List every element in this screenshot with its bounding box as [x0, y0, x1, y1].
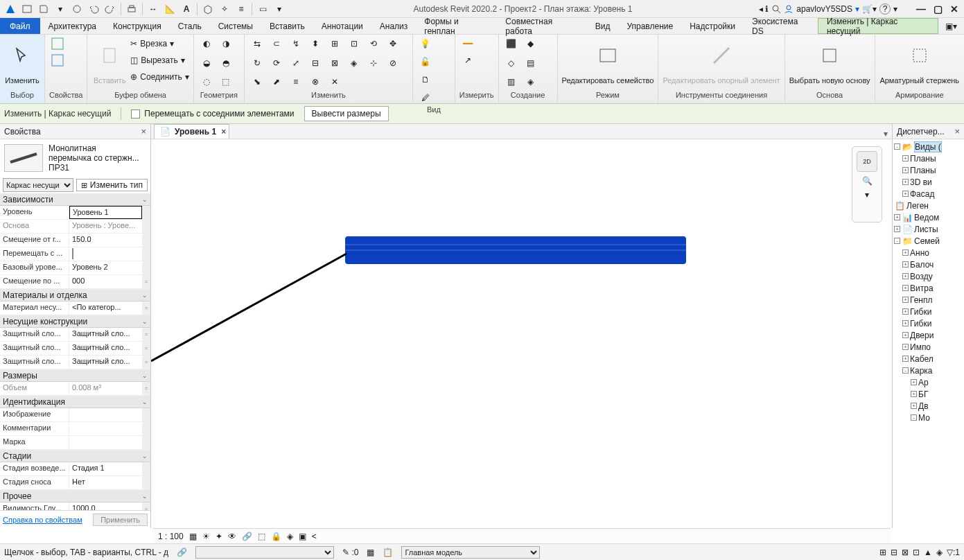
filter-count[interactable]: ▽:1: [947, 548, 960, 557]
type-props-icon[interactable]: [49, 36, 66, 51]
view-icon[interactable]: 🔓: [417, 54, 434, 69]
file-tab[interactable]: Файл: [0, 18, 40, 34]
prop-row[interactable]: Марка: [0, 436, 150, 450]
edit-type-button[interactable]: ⊞ Изменить тип: [76, 179, 148, 191]
qa-thin-icon[interactable]: ≡: [234, 1, 249, 17]
create-icon[interactable]: ▥: [503, 74, 520, 89]
mod-icon[interactable]: ⊟: [307, 55, 324, 71]
group-dims[interactable]: Размеры⌄: [0, 369, 150, 382]
vc-icon[interactable]: ☀: [202, 532, 210, 541]
qa-save-icon[interactable]: [36, 1, 51, 17]
mod-icon[interactable]: ≡: [288, 74, 304, 89]
tab-close-icon[interactable]: ×: [221, 127, 226, 137]
qa-open-icon[interactable]: [19, 1, 35, 17]
view-icon[interactable]: 🗋: [417, 72, 434, 87]
group-ident[interactable]: Идентификация⌄: [0, 396, 150, 408]
category-selector[interactable]: Каркас несущи: [3, 178, 73, 192]
close-button[interactable]: ✕: [947, 4, 961, 14]
tab-addins[interactable]: Надстройки: [681, 18, 744, 34]
properties-help-link[interactable]: Справка по свойствам: [3, 516, 82, 524]
activate-dims-button[interactable]: Вывести размеры: [304, 106, 389, 121]
geom-icon[interactable]: ◒: [198, 55, 215, 71]
vc-icon[interactable]: <: [312, 532, 317, 541]
tab-analyze[interactable]: Анализ: [371, 18, 417, 34]
create-icon[interactable]: ⬛: [503, 36, 520, 51]
maximize-button[interactable]: ▢: [931, 4, 945, 14]
tab-systems[interactable]: Системы: [210, 18, 261, 34]
prop-row[interactable]: Комментарии: [0, 422, 150, 436]
user-account[interactable]: apavlovY5SDS ▾: [784, 4, 859, 14]
qa-close-icon[interactable]: ▭: [255, 1, 270, 17]
view-tab-level1[interactable]: 📄 Уровень 1×: [154, 124, 229, 139]
qa-undo-icon[interactable]: [86, 1, 101, 17]
vc-icon[interactable]: ⬚: [258, 532, 265, 541]
status-icon[interactable]: 🔗: [177, 548, 187, 557]
help-icon[interactable]: ?: [879, 3, 891, 15]
type-selector[interactable]: Монолитнаяперемычка со стержн...ПР31: [0, 139, 150, 177]
design-option-select[interactable]: Главная модель: [401, 546, 540, 559]
geom-icon[interactable]: ◓: [218, 55, 234, 71]
mod-icon[interactable]: ⊠: [326, 55, 343, 71]
mod-icon[interactable]: ⬈: [268, 74, 285, 89]
mod-icon[interactable]: ⬊: [249, 74, 265, 89]
mod-icon[interactable]: ↻: [249, 55, 265, 71]
steering-icon[interactable]: 🔍: [862, 176, 873, 186]
cut-button[interactable]: ◫Вырезать ▾: [130, 53, 189, 68]
ribbon-options-icon[interactable]: ▣▾: [938, 18, 964, 34]
instance-props-icon[interactable]: [49, 53, 66, 68]
vc-icon[interactable]: ✦: [216, 532, 222, 541]
mod-icon[interactable]: ⬍: [307, 36, 324, 51]
view-tabs-options-icon[interactable]: ▾: [884, 129, 888, 139]
status-icon[interactable]: ▲: [924, 548, 932, 557]
tab-ecosystem[interactable]: Экосистема DS: [744, 18, 818, 34]
mod-icon[interactable]: ⟳: [268, 55, 285, 71]
tab-annotate[interactable]: Аннотации: [313, 18, 371, 34]
geom-icon[interactable]: ◌: [198, 74, 215, 89]
status-icon[interactable]: ⊟: [891, 548, 897, 557]
properties-close-icon[interactable]: ×: [141, 126, 146, 137]
tab-collaborate[interactable]: Совместная работа: [497, 18, 586, 34]
move-with-neighbors-checkbox[interactable]: Перемещать с соседними элементами: [131, 109, 294, 119]
vc-icon[interactable]: 🔒: [271, 532, 281, 541]
prop-row[interactable]: Стадия возведе...Стадия 1: [0, 462, 150, 476]
viewcube-icon[interactable]: 2D: [857, 151, 877, 172]
app-logo[interactable]: [3, 1, 18, 17]
workset-select[interactable]: [195, 546, 334, 559]
mod-icon[interactable]: ⊹: [365, 55, 382, 71]
qa-sync-icon[interactable]: [69, 1, 85, 17]
prop-row[interactable]: Стадия сносаНет: [0, 476, 150, 490]
group-other[interactable]: Прочее⌄: [0, 490, 150, 502]
mod-icon[interactable]: ⊡: [346, 36, 362, 51]
nav-bar[interactable]: 2D 🔍 ▾: [852, 146, 882, 222]
view-icon[interactable]: 🖉: [417, 90, 434, 105]
prop-row[interactable]: Изображение: [0, 408, 150, 422]
qa-save-dd-icon[interactable]: ▾: [53, 1, 68, 17]
qa-measure-icon[interactable]: ↔: [146, 1, 161, 17]
mod-icon[interactable]: ✕: [326, 74, 343, 89]
mod-icon[interactable]: ◈: [346, 55, 362, 71]
group-deps[interactable]: Зависимости⌄: [0, 193, 150, 206]
group-struct[interactable]: Несущие конструкции⌄: [0, 315, 150, 328]
qa-text-icon[interactable]: A: [179, 1, 194, 17]
prop-row[interactable]: Защитный сло...Защитный сло...=: [0, 356, 150, 369]
vc-icon[interactable]: ▦: [189, 532, 197, 541]
create-icon[interactable]: ◈: [523, 74, 539, 89]
join-button[interactable]: ⊕Соединить ▾: [130, 69, 189, 85]
vc-icon[interactable]: 👁: [228, 532, 236, 541]
measure-icon[interactable]: ↗: [459, 53, 476, 68]
qa-switch-icon[interactable]: ▾: [272, 1, 287, 17]
mod-icon[interactable]: ⇆: [249, 36, 265, 51]
pan-icon[interactable]: ▾: [865, 190, 869, 200]
vc-icon[interactable]: ▣: [299, 532, 306, 541]
minimize-button[interactable]: —: [914, 4, 928, 14]
tab-modify-framing[interactable]: Изменить | Каркас несущий: [818, 18, 938, 34]
status-icon[interactable]: 📋: [383, 548, 393, 557]
qa-redo-icon[interactable]: [103, 1, 118, 17]
browser-close-icon[interactable]: ×: [954, 126, 960, 137]
tab-massing[interactable]: Формы и генплан: [416, 18, 497, 34]
status-icon[interactable]: ⊞: [879, 548, 886, 557]
tab-structure[interactable]: Конструкция: [105, 18, 170, 34]
mod-icon[interactable]: ⤢: [288, 55, 304, 71]
drawing-canvas[interactable]: 2D 🔍 ▾: [151, 139, 892, 528]
status-icon[interactable]: ⊠: [902, 548, 909, 557]
